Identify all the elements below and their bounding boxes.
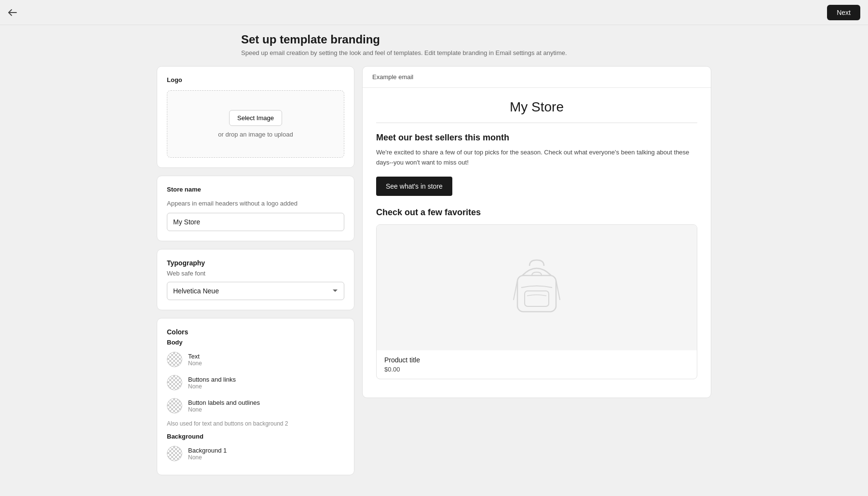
svg-rect-1: [525, 291, 549, 306]
store-name-desc: Appears in email headers without a logo …: [167, 200, 344, 207]
buttons-links-color-row[interactable]: Buttons and links None: [167, 371, 344, 394]
text-color-value: None: [188, 360, 202, 367]
page-title: Set up template branding: [241, 33, 627, 46]
main-content: Set up template branding Speed up email …: [0, 0, 868, 475]
store-name-card: Store name Appears in email headers with…: [157, 176, 354, 241]
text-color-info: Text None: [188, 353, 202, 367]
two-column-layout: Logo Select Image or drop an image to up…: [157, 66, 711, 475]
page-header: Set up template branding Speed up email …: [241, 33, 627, 56]
email-section1-body: We're excited to share a few of our top …: [376, 148, 697, 168]
left-column: Logo Select Image or drop an image to up…: [157, 66, 354, 475]
email-store-name: My Store: [376, 99, 697, 123]
email-section1-title: Meet our best sellers this month: [376, 133, 697, 143]
text-color-row[interactable]: Text None: [167, 348, 344, 371]
colors-card: Colors Body Text None Buttons and links …: [157, 318, 354, 475]
buttons-links-color-swatch[interactable]: [167, 375, 182, 390]
bg1-color-row[interactable]: Background 1 None: [167, 442, 344, 465]
background-label: Background: [167, 433, 344, 440]
typography-label: Typography: [167, 259, 344, 267]
top-bar: Next: [0, 0, 868, 25]
bg1-color-info: Background 1 None: [188, 447, 227, 461]
email-section2-title: Check out a few favorites: [376, 207, 697, 218]
back-button[interactable]: [8, 8, 17, 17]
email-cta-button[interactable]: See what's in store: [376, 177, 452, 196]
buttons-links-color-info: Buttons and links None: [188, 376, 236, 390]
colors-label: Colors: [167, 328, 344, 336]
web-safe-font-label: Web safe font: [167, 270, 344, 277]
email-preview: My Store Meet our best sellers this mont…: [363, 88, 711, 398]
product-image-area: [377, 225, 697, 350]
product-price: $0.00: [384, 366, 689, 373]
buttons-links-color-value: None: [188, 383, 236, 390]
back-icon: [8, 8, 17, 17]
buttons-links-color-name: Buttons and links: [188, 376, 236, 383]
product-card: Product title $0.00: [376, 224, 697, 379]
drop-text: or drop an image to upload: [218, 131, 293, 138]
next-button[interactable]: Next: [827, 5, 860, 20]
select-image-button[interactable]: Select Image: [229, 110, 282, 126]
also-used-note: Also used for text and buttons on backgr…: [167, 420, 344, 427]
example-email-header: Example email: [363, 67, 711, 88]
button-labels-color-value: None: [188, 406, 260, 413]
product-info: Product title $0.00: [377, 350, 697, 379]
store-name-input[interactable]: [167, 213, 344, 231]
typography-card: Typography Web safe font Helvetica Neue …: [157, 249, 354, 310]
store-name-label: Store name: [167, 186, 344, 193]
button-labels-color-name: Button labels and outlines: [188, 399, 260, 406]
text-color-swatch[interactable]: [167, 352, 182, 367]
backpack-illustration: [508, 256, 566, 319]
logo-card: Logo Select Image or drop an image to up…: [157, 66, 354, 168]
button-labels-color-swatch[interactable]: [167, 398, 182, 413]
bg1-color-name: Background 1: [188, 447, 227, 454]
bg1-color-swatch[interactable]: [167, 446, 182, 461]
bg1-color-value: None: [188, 454, 227, 461]
font-select-wrapper: Helvetica Neue Arial Georgia Times New R…: [167, 282, 344, 300]
button-labels-color-row[interactable]: Button labels and outlines None: [167, 394, 344, 417]
text-color-name: Text: [188, 353, 202, 360]
upload-area[interactable]: Select Image or drop an image to upload: [167, 90, 344, 158]
right-column: Example email My Store Meet our best sel…: [362, 66, 711, 398]
logo-label: Logo: [167, 76, 344, 83]
page-subtitle: Speed up email creation by setting the l…: [241, 49, 627, 56]
button-labels-color-info: Button labels and outlines None: [188, 399, 260, 413]
font-select[interactable]: Helvetica Neue Arial Georgia Times New R…: [167, 282, 344, 300]
body-label: Body: [167, 339, 344, 346]
product-title: Product title: [384, 356, 689, 364]
